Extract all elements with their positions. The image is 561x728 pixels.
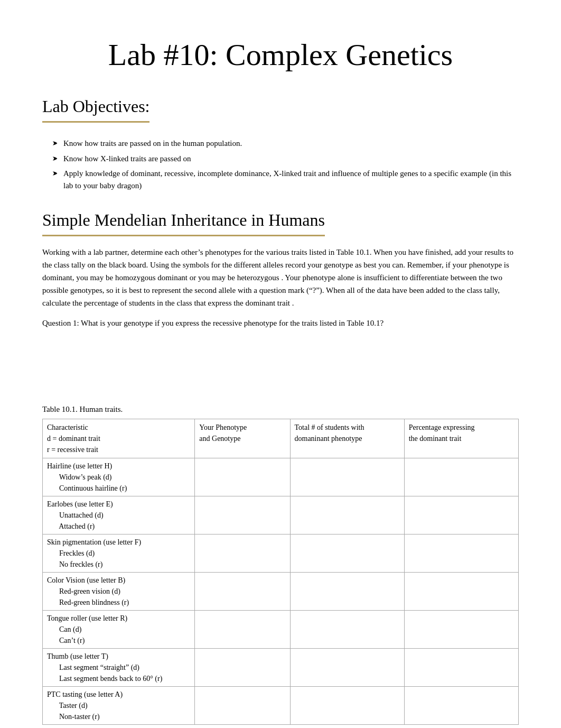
trait-group-earlobes: Earlobes (use letter E) Unattached (d) A… xyxy=(43,496,195,534)
trait-group-ptc: PTC tasting (use letter A) Taster (d) No… xyxy=(43,686,195,724)
trait-group-skin: Skin pigmentation (use letter F) Freckle… xyxy=(43,534,195,572)
table-row: Earlobes (use letter E) Unattached (d) A… xyxy=(43,496,519,534)
tongue-phenotype xyxy=(195,610,290,648)
list-item-text: Know how X-linked traits are passed on xyxy=(63,153,191,165)
simple-mendelian-section: Simple Mendelian Inheritance in Humans W… xyxy=(42,207,519,329)
spacer xyxy=(42,340,519,403)
table-row: Hairline (use letter H) Widow’s peak (d)… xyxy=(43,458,519,496)
skin-phenotype xyxy=(195,534,290,572)
trait-group-thumb: Thumb (use letter T) Last segment “strai… xyxy=(43,648,195,686)
table-row: Color Vision (use letter B) Red-green vi… xyxy=(43,572,519,610)
question-1: Question 1: What is your genotype if you… xyxy=(42,317,519,329)
color-vision-percentage xyxy=(404,572,518,610)
col4-line2: the dominant trait xyxy=(409,435,462,443)
table-caption: Table 10.1. Human traits. xyxy=(42,403,519,416)
color-vision-total xyxy=(290,572,404,610)
thumb-phenotype xyxy=(195,648,290,686)
col-header-characteristic: Characteristic d = dominant trait r = re… xyxy=(43,419,195,458)
col4-line1: Percentage expressing xyxy=(409,423,475,431)
objectives-section: Lab Objectives: Know how traits are pass… xyxy=(42,94,519,191)
thumb-percentage xyxy=(404,648,518,686)
col2-line2: and Genotype xyxy=(199,435,240,443)
page-title: Lab #10: Complex Genetics xyxy=(42,32,519,78)
list-item: Know how traits are passed on in the hum… xyxy=(53,137,519,150)
list-item-text: Know how traits are passed on in the hum… xyxy=(63,137,242,150)
list-item: Know how X-linked traits are passed on xyxy=(53,153,519,165)
col1-line2: d = dominant trait xyxy=(47,435,100,443)
traits-table: Characteristic d = dominant trait r = re… xyxy=(42,419,519,725)
thumb-total xyxy=(290,648,404,686)
list-item-text: Apply knowledge of dominant, recessive, … xyxy=(63,168,519,191)
table-row: Skin pigmentation (use letter F) Freckle… xyxy=(43,534,519,572)
earlobes-phenotype xyxy=(195,496,290,534)
objectives-list: Know how traits are passed on in the hum… xyxy=(42,137,519,191)
earlobes-percentage xyxy=(404,496,518,534)
hairline-phenotype xyxy=(195,458,290,496)
col1-line1: Characteristic xyxy=(47,423,88,431)
tongue-total xyxy=(290,610,404,648)
table-row: Thumb (use letter T) Last segment “strai… xyxy=(43,648,519,686)
earlobes-total xyxy=(290,496,404,534)
trait-group-hairline: Hairline (use letter H) Widow’s peak (d)… xyxy=(43,458,195,496)
table-row: PTC tasting (use letter A) Taster (d) No… xyxy=(43,686,519,724)
ptc-percentage xyxy=(404,686,518,724)
col3-line1: Total # of students with xyxy=(295,423,364,431)
ptc-phenotype xyxy=(195,686,290,724)
paragraph-1: Working with a lab partner, determine ea… xyxy=(42,246,519,309)
col-header-total: Total # of students with domaninant phen… xyxy=(290,419,404,458)
color-vision-phenotype xyxy=(195,572,290,610)
trait-group-color-vision: Color Vision (use letter B) Red-green vi… xyxy=(43,572,195,610)
col-header-percentage: Percentage expressing the dominant trait xyxy=(404,419,518,458)
trait-group-tongue: Tongue roller (use letter R) Can (d) Can… xyxy=(43,610,195,648)
list-item: Apply knowledge of dominant, recessive, … xyxy=(53,168,519,191)
tongue-percentage xyxy=(404,610,518,648)
table-row: Tongue roller (use letter R) Can (d) Can… xyxy=(43,610,519,648)
hairline-total xyxy=(290,458,404,496)
skin-percentage xyxy=(404,534,518,572)
col3-line2: domaninant phenotype xyxy=(295,435,362,443)
col-header-phenotype: Your Phenotype and Genotype xyxy=(195,419,290,458)
objectives-heading: Lab Objectives: xyxy=(42,94,149,123)
simple-mendelian-heading: Simple Mendelian Inheritance in Humans xyxy=(42,207,325,236)
skin-total xyxy=(290,534,404,572)
col2-line1: Your Phenotype xyxy=(199,423,247,431)
ptc-total xyxy=(290,686,404,724)
hairline-percentage xyxy=(404,458,518,496)
table-header-row: Characteristic d = dominant trait r = re… xyxy=(43,419,519,458)
col1-line3: r = recessive trait xyxy=(47,446,98,454)
